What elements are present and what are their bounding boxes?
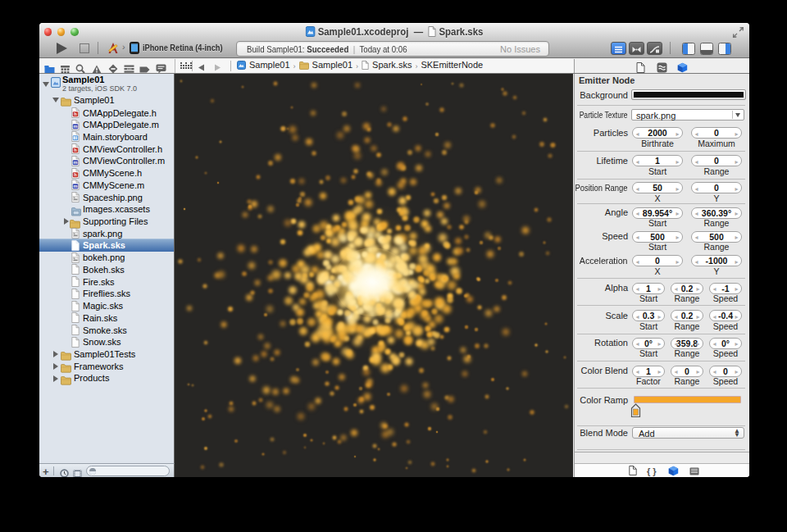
svg-text:m: m — [74, 124, 78, 129]
svg-text:h: h — [74, 148, 77, 152]
svg-text:h: h — [74, 172, 77, 177]
svg-text:m: m — [74, 184, 78, 189]
svg-text:h: h — [74, 111, 77, 116]
svg-text:m: m — [74, 160, 78, 165]
